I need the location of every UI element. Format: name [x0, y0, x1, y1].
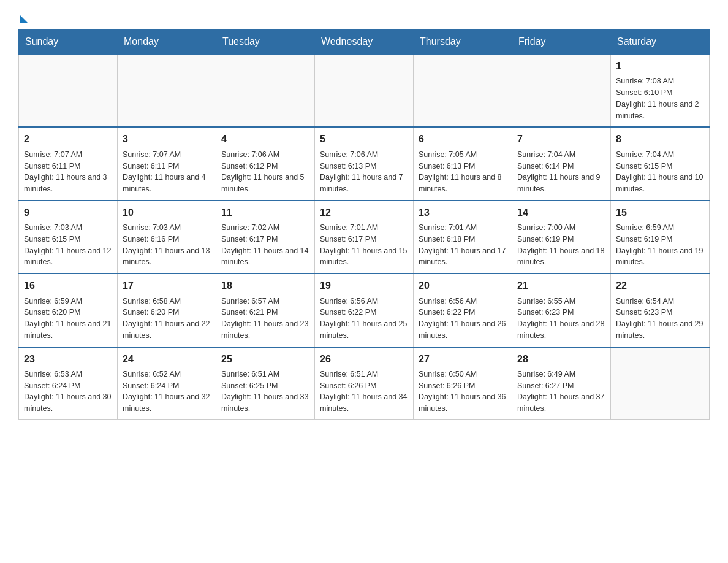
calendar-day-cell: 17Sunrise: 6:58 AM Sunset: 6:20 PM Dayli…	[118, 274, 216, 347]
calendar-day-cell: 3Sunrise: 7:07 AM Sunset: 6:11 PM Daylig…	[118, 127, 216, 200]
day-number: 15	[616, 206, 704, 220]
day-number: 1	[616, 59, 704, 73]
calendar-day-cell: 18Sunrise: 6:57 AM Sunset: 6:21 PM Dayli…	[216, 274, 315, 347]
calendar-day-cell: 15Sunrise: 6:59 AM Sunset: 6:19 PM Dayli…	[611, 201, 710, 274]
day-number: 6	[419, 132, 507, 146]
day-info: Sunrise: 7:07 AM Sunset: 6:11 PM Dayligh…	[24, 149, 112, 195]
day-number: 26	[320, 353, 408, 366]
calendar-day-cell: 13Sunrise: 7:01 AM Sunset: 6:18 PM Dayli…	[414, 201, 512, 274]
calendar-day-header: Friday	[512, 30, 611, 55]
day-info: Sunrise: 7:07 AM Sunset: 6:11 PM Dayligh…	[123, 149, 211, 195]
calendar-day-cell	[315, 54, 414, 127]
day-info: Sunrise: 6:58 AM Sunset: 6:20 PM Dayligh…	[123, 296, 211, 342]
calendar-day-cell: 4Sunrise: 7:06 AM Sunset: 6:12 PM Daylig…	[216, 127, 315, 200]
calendar-day-cell	[19, 54, 118, 127]
calendar-day-cell: 27Sunrise: 6:50 AM Sunset: 6:26 PM Dayli…	[414, 347, 512, 420]
calendar-week-row: 9Sunrise: 7:03 AM Sunset: 6:15 PM Daylig…	[19, 201, 710, 274]
calendar-day-cell: 14Sunrise: 7:00 AM Sunset: 6:19 PM Dayli…	[512, 201, 611, 274]
calendar-week-row: 1Sunrise: 7:08 AM Sunset: 6:10 PM Daylig…	[19, 54, 710, 127]
day-info: Sunrise: 7:08 AM Sunset: 6:10 PM Dayligh…	[616, 75, 704, 121]
calendar-day-header: Saturday	[611, 30, 710, 55]
day-info: Sunrise: 7:03 AM Sunset: 6:16 PM Dayligh…	[123, 222, 211, 268]
calendar-day-header: Tuesday	[216, 30, 315, 55]
day-number: 11	[221, 206, 309, 220]
calendar-week-row: 23Sunrise: 6:53 AM Sunset: 6:24 PM Dayli…	[19, 347, 710, 420]
day-info: Sunrise: 6:53 AM Sunset: 6:24 PM Dayligh…	[24, 369, 112, 415]
calendar-day-cell: 1Sunrise: 7:08 AM Sunset: 6:10 PM Daylig…	[611, 54, 710, 127]
calendar-day-header: Sunday	[19, 30, 118, 55]
day-info: Sunrise: 6:49 AM Sunset: 6:27 PM Dayligh…	[517, 369, 605, 415]
day-info: Sunrise: 7:06 AM Sunset: 6:13 PM Dayligh…	[320, 149, 408, 195]
day-info: Sunrise: 6:56 AM Sunset: 6:22 PM Dayligh…	[320, 296, 408, 342]
day-number: 20	[419, 279, 507, 293]
day-number: 4	[221, 132, 309, 146]
calendar-week-row: 2Sunrise: 7:07 AM Sunset: 6:11 PM Daylig…	[19, 127, 710, 200]
calendar-day-cell	[414, 54, 512, 127]
day-number: 25	[221, 353, 309, 366]
calendar-day-cell: 11Sunrise: 7:02 AM Sunset: 6:17 PM Dayli…	[216, 201, 315, 274]
calendar-day-cell: 6Sunrise: 7:05 AM Sunset: 6:13 PM Daylig…	[414, 127, 512, 200]
logo-arrow-icon	[20, 15, 28, 23]
day-number: 17	[123, 279, 211, 293]
calendar-day-cell: 28Sunrise: 6:49 AM Sunset: 6:27 PM Dayli…	[512, 347, 611, 420]
day-info: Sunrise: 7:04 AM Sunset: 6:15 PM Dayligh…	[616, 149, 704, 195]
day-info: Sunrise: 6:57 AM Sunset: 6:21 PM Dayligh…	[221, 296, 309, 342]
calendar-day-cell: 12Sunrise: 7:01 AM Sunset: 6:17 PM Dayli…	[315, 201, 414, 274]
calendar-day-cell: 10Sunrise: 7:03 AM Sunset: 6:16 PM Dayli…	[118, 201, 216, 274]
day-number: 14	[517, 206, 605, 220]
day-info: Sunrise: 6:50 AM Sunset: 6:26 PM Dayligh…	[419, 369, 507, 415]
calendar-day-cell: 26Sunrise: 6:51 AM Sunset: 6:26 PM Dayli…	[315, 347, 414, 420]
day-number: 7	[517, 132, 605, 146]
calendar-day-cell: 23Sunrise: 6:53 AM Sunset: 6:24 PM Dayli…	[19, 347, 118, 420]
day-number: 21	[517, 279, 605, 293]
day-info: Sunrise: 6:52 AM Sunset: 6:24 PM Dayligh…	[123, 369, 211, 415]
day-info: Sunrise: 6:51 AM Sunset: 6:26 PM Dayligh…	[320, 369, 408, 415]
day-number: 16	[24, 279, 112, 293]
day-number: 8	[616, 132, 704, 146]
calendar-header-row: SundayMondayTuesdayWednesdayThursdayFrid…	[19, 30, 710, 55]
day-number: 24	[123, 353, 211, 366]
calendar-table: SundayMondayTuesdayWednesdayThursdayFrid…	[18, 29, 710, 420]
day-info: Sunrise: 7:03 AM Sunset: 6:15 PM Dayligh…	[24, 222, 112, 268]
day-number: 28	[517, 353, 605, 366]
day-number: 18	[221, 279, 309, 293]
day-info: Sunrise: 6:54 AM Sunset: 6:23 PM Dayligh…	[616, 296, 704, 342]
day-info: Sunrise: 7:06 AM Sunset: 6:12 PM Dayligh…	[221, 149, 309, 195]
calendar-day-cell: 25Sunrise: 6:51 AM Sunset: 6:25 PM Dayli…	[216, 347, 315, 420]
page-header	[18, 12, 710, 23]
day-info: Sunrise: 7:04 AM Sunset: 6:14 PM Dayligh…	[517, 149, 605, 195]
calendar-day-cell: 2Sunrise: 7:07 AM Sunset: 6:11 PM Daylig…	[19, 127, 118, 200]
calendar-day-cell: 20Sunrise: 6:56 AM Sunset: 6:22 PM Dayli…	[414, 274, 512, 347]
day-info: Sunrise: 6:51 AM Sunset: 6:25 PM Dayligh…	[221, 369, 309, 415]
calendar-day-cell	[611, 347, 710, 420]
day-info: Sunrise: 7:02 AM Sunset: 6:17 PM Dayligh…	[221, 222, 309, 268]
day-number: 12	[320, 206, 408, 220]
day-info: Sunrise: 7:01 AM Sunset: 6:18 PM Dayligh…	[419, 222, 507, 268]
calendar-day-cell: 16Sunrise: 6:59 AM Sunset: 6:20 PM Dayli…	[19, 274, 118, 347]
day-number: 23	[24, 353, 112, 366]
day-info: Sunrise: 6:55 AM Sunset: 6:23 PM Dayligh…	[517, 296, 605, 342]
calendar-day-cell: 22Sunrise: 6:54 AM Sunset: 6:23 PM Dayli…	[611, 274, 710, 347]
calendar-day-cell: 7Sunrise: 7:04 AM Sunset: 6:14 PM Daylig…	[512, 127, 611, 200]
day-number: 22	[616, 279, 704, 293]
day-number: 13	[419, 206, 507, 220]
day-info: Sunrise: 6:56 AM Sunset: 6:22 PM Dayligh…	[419, 296, 507, 342]
calendar-day-cell	[118, 54, 216, 127]
calendar-day-cell: 9Sunrise: 7:03 AM Sunset: 6:15 PM Daylig…	[19, 201, 118, 274]
calendar-day-header: Thursday	[414, 30, 512, 55]
day-number: 9	[24, 206, 112, 220]
calendar-day-cell: 19Sunrise: 6:56 AM Sunset: 6:22 PM Dayli…	[315, 274, 414, 347]
day-number: 2	[24, 132, 112, 146]
day-number: 27	[419, 353, 507, 366]
logo	[18, 12, 28, 23]
day-number: 10	[123, 206, 211, 220]
day-info: Sunrise: 7:00 AM Sunset: 6:19 PM Dayligh…	[517, 222, 605, 268]
calendar-day-cell: 8Sunrise: 7:04 AM Sunset: 6:15 PM Daylig…	[611, 127, 710, 200]
calendar-day-header: Monday	[118, 30, 216, 55]
day-info: Sunrise: 6:59 AM Sunset: 6:19 PM Dayligh…	[616, 222, 704, 268]
calendar-week-row: 16Sunrise: 6:59 AM Sunset: 6:20 PM Dayli…	[19, 274, 710, 347]
calendar-day-cell: 24Sunrise: 6:52 AM Sunset: 6:24 PM Dayli…	[118, 347, 216, 420]
day-number: 19	[320, 279, 408, 293]
day-number: 3	[123, 132, 211, 146]
day-info: Sunrise: 7:01 AM Sunset: 6:17 PM Dayligh…	[320, 222, 408, 268]
